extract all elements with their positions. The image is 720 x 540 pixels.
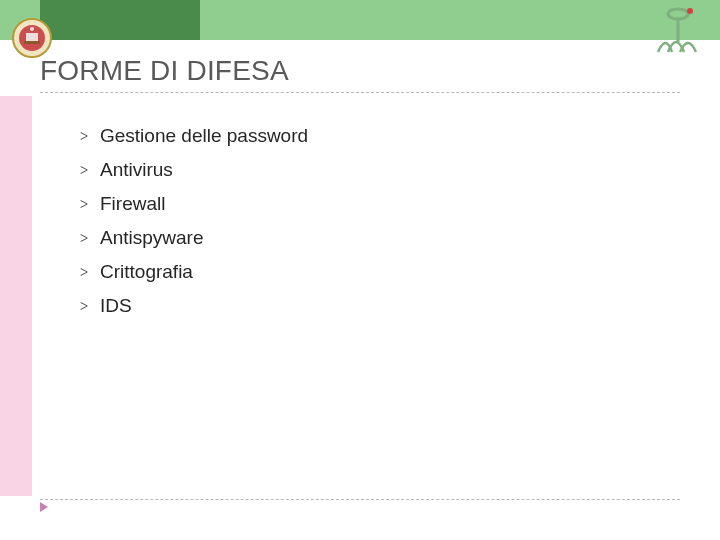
list-item: Crittografia [80,256,308,290]
list-item: Antispyware [80,222,308,256]
emblem-left-icon [12,18,52,58]
divider-bottom [40,499,680,500]
list-item: Gestione delle password [80,120,308,154]
svg-point-4 [30,27,34,31]
list-item: Antivirus [80,154,308,188]
svg-point-6 [687,8,693,14]
divider-top [40,92,680,93]
sidebar-accent [0,96,32,496]
list-item: IDS [80,290,308,324]
bullet-list: Gestione delle password Antivirus Firewa… [40,120,308,324]
page-title: FORME DI DIFESA [40,55,289,87]
emblem-right-icon [650,4,706,54]
svg-rect-3 [24,41,40,44]
svg-point-5 [668,9,688,19]
list-item: Firewall [80,188,308,222]
foot-marker-icon [40,502,48,512]
header-band-dark [40,0,200,40]
